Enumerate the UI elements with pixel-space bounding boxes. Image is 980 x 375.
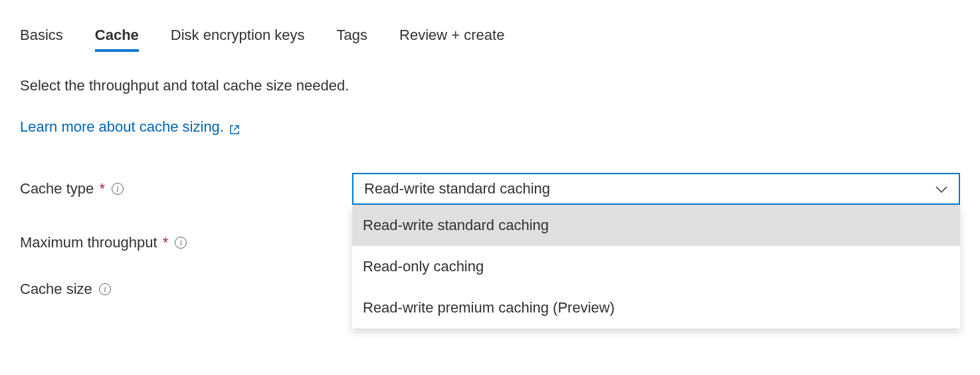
tab-disk-encryption-keys[interactable]: Disk encryption keys bbox=[171, 27, 305, 52]
chevron-down-icon bbox=[935, 180, 948, 197]
cache-type-selected-value: Read-write standard caching bbox=[364, 180, 550, 197]
external-link-icon bbox=[229, 122, 240, 132]
cache-type-label: Cache type * i bbox=[20, 180, 352, 197]
form-row-cache-type: Cache type * i Read-write standard cachi… bbox=[20, 173, 960, 205]
cache-size-label: Cache size i bbox=[20, 281, 352, 298]
dropdown-option[interactable]: Read-write premium caching (Preview) bbox=[352, 287, 960, 328]
tab-basics[interactable]: Basics bbox=[20, 27, 63, 52]
required-asterisk-icon: * bbox=[99, 180, 105, 197]
cache-type-control-wrapper: Read-write standard caching Read-write s… bbox=[352, 173, 960, 205]
learn-more-text: Learn more about cache sizing. bbox=[20, 118, 224, 136]
learn-more-link[interactable]: Learn more about cache sizing. bbox=[20, 118, 240, 136]
tab-review-create[interactable]: Review + create bbox=[399, 27, 504, 52]
info-icon[interactable]: i bbox=[175, 237, 187, 249]
dropdown-option[interactable]: Read-write standard caching bbox=[352, 205, 960, 246]
info-icon[interactable]: i bbox=[99, 283, 111, 295]
maximum-throughput-label-text: Maximum throughput bbox=[20, 234, 157, 251]
tabs-bar: Basics Cache Disk encryption keys Tags R… bbox=[20, 27, 960, 52]
cache-type-dropdown[interactable]: Read-write standard caching bbox=[352, 173, 960, 205]
tab-cache[interactable]: Cache bbox=[95, 27, 139, 52]
cache-type-label-text: Cache type bbox=[20, 180, 94, 197]
maximum-throughput-label: Maximum throughput * i bbox=[20, 234, 352, 251]
dropdown-option[interactable]: Read-only caching bbox=[352, 246, 960, 287]
cache-type-dropdown-list: Read-write standard caching Read-only ca… bbox=[352, 205, 960, 328]
page-description: Select the throughput and total cache si… bbox=[20, 77, 960, 94]
cache-size-label-text: Cache size bbox=[20, 281, 92, 298]
required-asterisk-icon: * bbox=[163, 234, 169, 251]
tab-tags[interactable]: Tags bbox=[337, 27, 367, 52]
info-icon[interactable]: i bbox=[112, 183, 124, 195]
